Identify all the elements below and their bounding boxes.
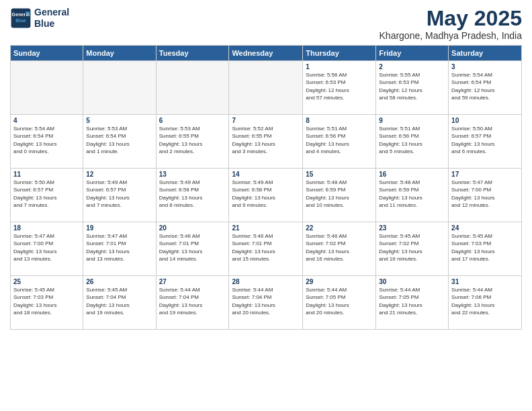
header-friday: Friday — [376, 46, 449, 61]
calendar-week-row: 11Sunrise: 5:50 AM Sunset: 6:57 PM Dayli… — [11, 169, 522, 222]
day-info: Sunrise: 5:48 AM Sunset: 6:59 PM Dayligh… — [306, 179, 373, 209]
day-number: 17 — [451, 171, 519, 178]
header-tuesday: Tuesday — [156, 46, 229, 61]
day-number: 25 — [13, 278, 80, 285]
day-number: 8 — [306, 117, 373, 124]
table-row: 22Sunrise: 5:46 AM Sunset: 7:02 PM Dayli… — [303, 222, 376, 276]
logo: General Blue General Blue — [10, 7, 69, 30]
day-number: 9 — [379, 117, 445, 124]
day-info: Sunrise: 5:45 AM Sunset: 7:02 PM Dayligh… — [379, 232, 445, 263]
day-number: 26 — [86, 278, 152, 285]
day-info: Sunrise: 5:49 AM Sunset: 6:57 PM Dayligh… — [86, 179, 152, 209]
table-row: 23Sunrise: 5:45 AM Sunset: 7:02 PM Dayli… — [376, 222, 449, 276]
table-row: 8Sunrise: 5:51 AM Sunset: 6:56 PM Daylig… — [303, 115, 376, 169]
table-row: 16Sunrise: 5:48 AM Sunset: 6:59 PM Dayli… — [376, 169, 449, 222]
day-number: 4 — [13, 117, 80, 124]
table-row: 21Sunrise: 5:46 AM Sunset: 7:01 PM Dayli… — [229, 222, 303, 276]
day-info: Sunrise: 5:46 AM Sunset: 7:01 PM Dayligh… — [232, 232, 300, 263]
day-number: 20 — [159, 224, 226, 232]
table-row — [11, 61, 83, 115]
day-number: 18 — [13, 224, 80, 232]
day-number: 24 — [451, 224, 519, 232]
day-info: Sunrise: 5:54 AM Sunset: 6:54 PM Dayligh… — [13, 125, 80, 155]
table-row: 20Sunrise: 5:46 AM Sunset: 7:01 PM Dayli… — [156, 222, 229, 276]
table-row: 27Sunrise: 5:44 AM Sunset: 7:04 PM Dayli… — [156, 276, 229, 330]
day-info: Sunrise: 5:44 AM Sunset: 7:05 PM Dayligh… — [306, 286, 373, 316]
table-row: 25Sunrise: 5:45 AM Sunset: 7:03 PM Dayli… — [11, 276, 83, 330]
day-number: 7 — [232, 117, 300, 124]
day-number: 15 — [306, 171, 373, 178]
day-info: Sunrise: 5:44 AM Sunset: 7:04 PM Dayligh… — [232, 286, 300, 316]
table-row: 12Sunrise: 5:49 AM Sunset: 6:57 PM Dayli… — [83, 169, 156, 222]
day-info: Sunrise: 5:50 AM Sunset: 6:57 PM Dayligh… — [451, 125, 519, 155]
day-number: 28 — [232, 278, 300, 285]
day-info: Sunrise: 5:56 AM Sunset: 6:53 PM Dayligh… — [306, 71, 373, 101]
day-number: 31 — [451, 278, 519, 285]
day-number: 23 — [379, 224, 445, 232]
page: General Blue General Blue May 2025 Kharg… — [0, 0, 532, 411]
day-number: 2 — [379, 63, 445, 71]
header: General Blue General Blue May 2025 Kharg… — [10, 7, 522, 41]
header-saturday: Saturday — [449, 46, 522, 61]
table-row: 7Sunrise: 5:52 AM Sunset: 6:55 PM Daylig… — [229, 115, 303, 169]
day-info: Sunrise: 5:50 AM Sunset: 6:57 PM Dayligh… — [13, 179, 80, 209]
table-row: 28Sunrise: 5:44 AM Sunset: 7:04 PM Dayli… — [229, 276, 303, 330]
calendar-week-row: 25Sunrise: 5:45 AM Sunset: 7:03 PM Dayli… — [11, 276, 522, 330]
table-row: 9Sunrise: 5:51 AM Sunset: 6:56 PM Daylig… — [376, 115, 449, 169]
calendar-week-row: 4Sunrise: 5:54 AM Sunset: 6:54 PM Daylig… — [11, 115, 522, 169]
table-row: 31Sunrise: 5:44 AM Sunset: 7:06 PM Dayli… — [449, 276, 522, 330]
table-row — [156, 61, 229, 115]
day-info: Sunrise: 5:51 AM Sunset: 6:56 PM Dayligh… — [379, 125, 445, 155]
day-info: Sunrise: 5:44 AM Sunset: 7:05 PM Dayligh… — [379, 286, 445, 316]
day-number: 6 — [159, 117, 226, 124]
logo-icon: General Blue — [10, 7, 32, 29]
day-info: Sunrise: 5:44 AM Sunset: 7:04 PM Dayligh… — [159, 286, 226, 316]
header-wednesday: Wednesday — [229, 46, 303, 61]
header-sunday: Sunday — [11, 46, 83, 61]
day-number: 29 — [306, 278, 373, 285]
day-number: 22 — [306, 224, 373, 232]
day-number: 5 — [86, 117, 152, 124]
day-info: Sunrise: 5:53 AM Sunset: 6:55 PM Dayligh… — [159, 125, 226, 155]
table-row: 24Sunrise: 5:45 AM Sunset: 7:03 PM Dayli… — [449, 222, 522, 276]
day-info: Sunrise: 5:45 AM Sunset: 7:04 PM Dayligh… — [86, 286, 152, 316]
day-info: Sunrise: 5:55 AM Sunset: 6:53 PM Dayligh… — [379, 71, 445, 101]
table-row: 11Sunrise: 5:50 AM Sunset: 6:57 PM Dayli… — [11, 169, 83, 222]
day-number: 12 — [86, 171, 152, 178]
day-info: Sunrise: 5:54 AM Sunset: 6:54 PM Dayligh… — [451, 71, 519, 101]
table-row: 6Sunrise: 5:53 AM Sunset: 6:55 PM Daylig… — [156, 115, 229, 169]
table-row: 3Sunrise: 5:54 AM Sunset: 6:54 PM Daylig… — [449, 61, 522, 115]
day-info: Sunrise: 5:51 AM Sunset: 6:56 PM Dayligh… — [306, 125, 373, 155]
table-row: 2Sunrise: 5:55 AM Sunset: 6:53 PM Daylig… — [376, 61, 449, 115]
day-info: Sunrise: 5:45 AM Sunset: 7:03 PM Dayligh… — [451, 232, 519, 263]
day-info: Sunrise: 5:47 AM Sunset: 7:01 PM Dayligh… — [86, 232, 152, 263]
day-info: Sunrise: 5:44 AM Sunset: 7:06 PM Dayligh… — [451, 286, 519, 316]
calendar-table: Sunday Monday Tuesday Wednesday Thursday… — [10, 45, 522, 330]
svg-text:Blue: Blue — [15, 17, 26, 23]
day-info: Sunrise: 5:52 AM Sunset: 6:55 PM Dayligh… — [232, 125, 300, 155]
logo-text: General Blue — [34, 7, 69, 30]
table-row — [83, 61, 156, 115]
table-row: 14Sunrise: 5:49 AM Sunset: 6:58 PM Dayli… — [229, 169, 303, 222]
day-number: 10 — [451, 117, 519, 124]
day-number: 19 — [86, 224, 152, 232]
day-number: 11 — [13, 171, 80, 178]
day-number: 21 — [232, 224, 300, 232]
day-info: Sunrise: 5:45 AM Sunset: 7:03 PM Dayligh… — [13, 286, 80, 316]
day-number: 30 — [379, 278, 445, 285]
table-row: 1Sunrise: 5:56 AM Sunset: 6:53 PM Daylig… — [303, 61, 376, 115]
day-number: 16 — [379, 171, 445, 178]
day-info: Sunrise: 5:49 AM Sunset: 6:58 PM Dayligh… — [159, 179, 226, 209]
table-row: 15Sunrise: 5:48 AM Sunset: 6:59 PM Dayli… — [303, 169, 376, 222]
day-info: Sunrise: 5:47 AM Sunset: 7:00 PM Dayligh… — [13, 232, 80, 263]
calendar-week-row: 18Sunrise: 5:47 AM Sunset: 7:00 PM Dayli… — [11, 222, 522, 276]
day-number: 1 — [306, 63, 373, 71]
table-row: 18Sunrise: 5:47 AM Sunset: 7:00 PM Dayli… — [11, 222, 83, 276]
table-row: 4Sunrise: 5:54 AM Sunset: 6:54 PM Daylig… — [11, 115, 83, 169]
day-info: Sunrise: 5:47 AM Sunset: 7:00 PM Dayligh… — [451, 179, 519, 209]
header-monday: Monday — [83, 46, 156, 61]
calendar-header-row: Sunday Monday Tuesday Wednesday Thursday… — [11, 46, 522, 61]
table-row: 30Sunrise: 5:44 AM Sunset: 7:05 PM Dayli… — [376, 276, 449, 330]
day-number: 27 — [159, 278, 226, 285]
day-info: Sunrise: 5:46 AM Sunset: 7:02 PM Dayligh… — [306, 232, 373, 263]
